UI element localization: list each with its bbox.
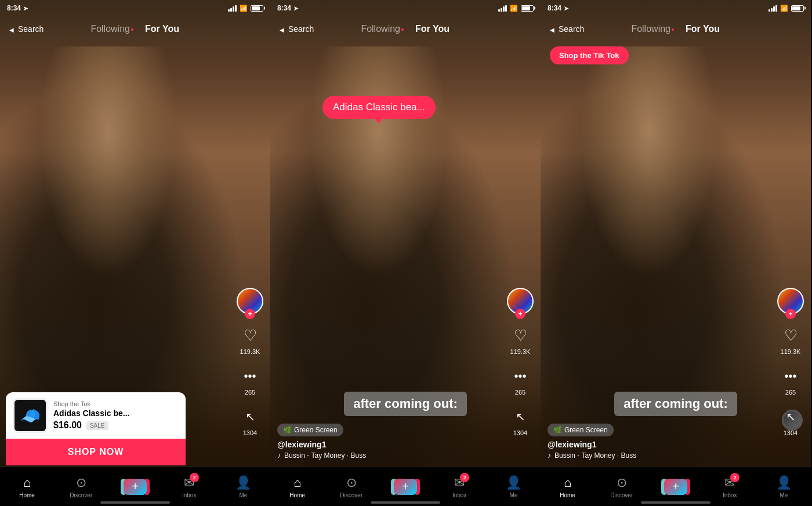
comment-button-1[interactable]: ••• 265 xyxy=(238,364,262,396)
tab-for-you-2[interactable]: For You xyxy=(415,24,449,34)
tab-for-you-3[interactable]: For You xyxy=(686,24,720,34)
comment-button-3[interactable]: ••• 265 xyxy=(779,364,802,396)
share-count-3: 1304 xyxy=(784,429,798,436)
follow-button-1[interactable]: + xyxy=(245,309,255,319)
nav-create-1[interactable]: + xyxy=(121,479,150,495)
discover-icon-2: ⊙ xyxy=(346,475,357,490)
home-icon-3: ⌂ xyxy=(564,475,571,490)
product-price-row-1: $16.00 SALE xyxy=(53,420,179,431)
shop-now-button-1[interactable]: SHOP NOW xyxy=(6,439,186,465)
avatar-container-3[interactable]: + xyxy=(777,288,804,315)
follow-button-3[interactable]: + xyxy=(785,309,796,319)
bottom-nav-2: ⌂ Home ⊙ Discover + ✉ 2 Inbox 👤 Me xyxy=(270,467,541,506)
search-nav-1[interactable]: Search xyxy=(9,24,44,34)
home-indicator-1 xyxy=(100,501,170,504)
nav-home-3[interactable]: ⌂ Home xyxy=(553,475,582,498)
share-button-1[interactable]: ↗ 1304 xyxy=(238,405,262,436)
search-nav-2[interactable]: Search xyxy=(280,24,314,34)
share-count-2: 1304 xyxy=(513,429,527,436)
me-icon-3: 👤 xyxy=(776,475,792,490)
nav-create-2[interactable]: + xyxy=(391,479,420,495)
inbox-count-badge-3: 2 xyxy=(730,473,740,482)
status-bar-3: 8:34 ➤ 📶 xyxy=(541,0,811,16)
bottom-nav-3: ⌂ Home ⊙ Discover + ✉ 2 Inbox 👤 Me xyxy=(541,467,811,506)
shop-panel-1[interactable]: 🧢 Shop the Tok Adidas Classic be... $16.… xyxy=(6,392,186,465)
follow-button-2[interactable]: + xyxy=(515,309,525,319)
nav-discover-3[interactable]: ⊙ Discover xyxy=(607,475,636,498)
like-button-3[interactable]: ♡ 119.3K xyxy=(779,324,802,355)
wifi-icon-1: 📶 xyxy=(240,5,248,12)
create-icon-1: + xyxy=(124,479,147,495)
tab-following-1[interactable]: Following xyxy=(90,24,133,34)
nav-me-2[interactable]: 👤 Me xyxy=(499,475,528,498)
comment-icon-1: ••• xyxy=(238,364,262,388)
comment-icon-3: ••• xyxy=(779,364,802,388)
wifi-icon-3: 📶 xyxy=(780,5,788,12)
green-screen-label-3: 🌿 Green Screen xyxy=(548,424,614,436)
tab-for-you-1[interactable]: For You xyxy=(145,24,179,34)
status-icons-2: 📶 xyxy=(498,5,534,12)
status-bar-2: 8:34 ➤ 📶 xyxy=(270,0,541,16)
like-button-2[interactable]: ♡ 119.3K xyxy=(509,324,532,355)
comment-icon-2: ••• xyxy=(509,364,532,388)
music-row-3: ♪ Bussin - Tay Money · Buss xyxy=(548,451,776,460)
avatar-container-2[interactable]: + xyxy=(507,288,534,315)
inbox-badge-container-3: ✉ 2 xyxy=(724,475,735,490)
share-icon-1: ↗ xyxy=(238,405,262,428)
back-icon-2 xyxy=(280,24,286,34)
nav-inbox-1[interactable]: ✉ 2 Inbox xyxy=(175,475,204,498)
nav-home-1[interactable]: ⌂ Home xyxy=(13,475,42,498)
nav-discover-1[interactable]: ⊙ Discover xyxy=(67,475,96,498)
shop-tok-button-3[interactable]: Shop the Tik Tok xyxy=(550,46,629,64)
tab-following-2[interactable]: Following xyxy=(361,24,404,34)
inbox-badge-container-1: ✉ 2 xyxy=(184,475,194,490)
search-nav-3[interactable]: Search xyxy=(550,24,584,34)
tooltip-bubble-2[interactable]: Adidas Classic bea... xyxy=(322,96,436,119)
nav-inbox-2[interactable]: ✉ 2 Inbox xyxy=(445,475,474,498)
status-bar-1: 8:34 ➤ 📶 xyxy=(0,0,270,16)
comment-button-2[interactable]: ••• 265 xyxy=(509,364,532,396)
share-count-1: 1304 xyxy=(243,429,257,436)
me-icon-2: 👤 xyxy=(506,475,521,490)
nav-discover-2[interactable]: ⊙ Discover xyxy=(337,475,366,498)
nav-bar-2: Search Following For You xyxy=(270,16,541,42)
signal-bars-3 xyxy=(768,5,777,12)
heart-icon-3: ♡ xyxy=(779,324,802,347)
signal-bars-1 xyxy=(228,5,237,12)
bottom-info-2: 🌿 Green Screen @lexiewing1 ♪ Bussin - Ta… xyxy=(277,424,506,460)
nav-bar-1: Search Following For You xyxy=(0,16,270,42)
username-2[interactable]: @lexiewing1 xyxy=(277,440,506,449)
side-actions-1: + ♡ 119.3K ••• 265 ↗ 1304 xyxy=(237,288,263,436)
heart-icon-2: ♡ xyxy=(509,324,532,347)
status-time-2: 8:34 ➤ xyxy=(277,4,298,12)
nav-home-2[interactable]: ⌂ Home xyxy=(283,475,312,498)
phone-3: Shop the Tik Tok after coming out: 8:34 … xyxy=(541,0,811,506)
heart-icon-1: ♡ xyxy=(238,324,262,347)
nav-me-3[interactable]: 👤 Me xyxy=(769,475,798,498)
home-indicator-2 xyxy=(371,501,440,504)
status-time-1: 8:34 ➤ xyxy=(7,4,28,12)
green-screen-label-2: 🌿 Green Screen xyxy=(277,424,343,436)
like-button-1[interactable]: ♡ 119.3K xyxy=(238,324,262,355)
music-row-2: ♪ Bussin - Tay Money · Buss xyxy=(277,451,506,460)
status-icons-3: 📶 xyxy=(768,5,804,12)
nav-tabs-1: Following For You xyxy=(90,24,179,34)
nav-me-1[interactable]: 👤 Me xyxy=(229,475,258,498)
nav-inbox-3[interactable]: ✉ 2 Inbox xyxy=(715,475,744,498)
username-3[interactable]: @lexiewing1 xyxy=(548,440,776,449)
location-icon-3: ➤ xyxy=(564,5,568,12)
subtitle-text-2: after coming out: xyxy=(344,392,467,416)
inbox-count-badge-1: 2 xyxy=(190,473,199,482)
sale-badge-1: SALE xyxy=(86,421,108,430)
music-note-icon-3: ♪ xyxy=(548,451,551,460)
status-time-3: 8:34 ➤ xyxy=(548,4,568,12)
comment-count-1: 265 xyxy=(245,389,255,396)
product-name-1: Adidas Classic be... xyxy=(53,409,179,418)
discover-icon-3: ⊙ xyxy=(617,475,627,490)
bottom-nav-1: ⌂ Home ⊙ Discover + ✉ 2 Inbox 👤 Me xyxy=(0,467,270,506)
nav-bar-3: Search Following For You xyxy=(541,16,811,42)
inbox-badge-container-2: ✉ 2 xyxy=(454,475,465,490)
nav-create-3[interactable]: + xyxy=(661,479,690,495)
avatar-container-1[interactable]: + xyxy=(237,288,263,315)
tab-following-3[interactable]: Following xyxy=(631,24,674,34)
